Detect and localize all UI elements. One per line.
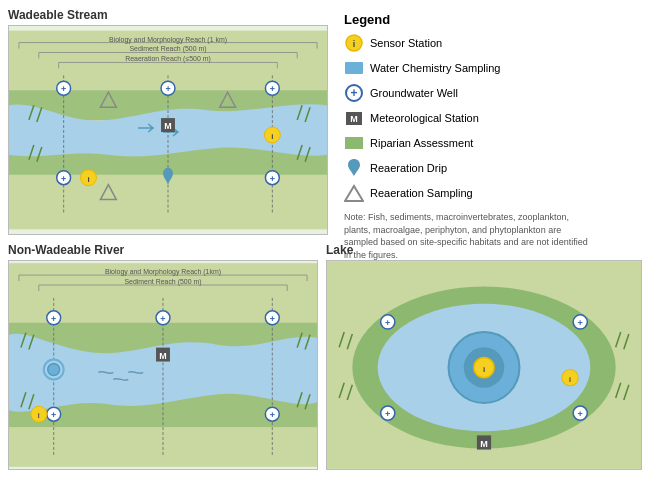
legend-item-sensor-station: i Sensor Station [344, 33, 588, 53]
legend-item-groundwater-well: + Groundwater Well [344, 83, 588, 103]
svg-text:M: M [159, 351, 166, 361]
legend-item-riparian: Riparian Assessment [344, 133, 588, 153]
legend-item-meteorological: M Meteorological Station [344, 108, 588, 128]
groundwater-well-icon: + [344, 83, 364, 103]
legend-item-reaeration-sampling: Reaeration Sampling [344, 183, 588, 203]
svg-text:M: M [350, 114, 358, 124]
wadeable-stream-section: Wadeable Stream Biology and Morphology R… [8, 8, 328, 235]
svg-text:Sediment Reach (500 m): Sediment Reach (500 m) [124, 278, 201, 286]
lake-section: Lake i + [326, 243, 642, 493]
legend-item-water-chemistry: Water Chemistry Sampling [344, 58, 588, 78]
riparian-label: Riparian Assessment [370, 137, 473, 149]
svg-text:+: + [160, 314, 165, 324]
sensor-station-label: Sensor Station [370, 37, 442, 49]
non-wadeable-title: Non-Wadeable River [8, 243, 318, 257]
svg-text:+: + [165, 84, 170, 94]
reaeration-drip-icon [344, 158, 364, 178]
svg-text:+: + [270, 314, 275, 324]
legend-section: Legend i Sensor Station Water [336, 8, 596, 218]
svg-rect-52 [345, 137, 363, 149]
svg-text:i: i [38, 412, 40, 419]
svg-text:+: + [51, 314, 56, 324]
svg-text:i: i [87, 175, 89, 184]
main-container: Wadeable Stream Biology and Morphology R… [0, 0, 650, 501]
lake-title: Lake [326, 243, 642, 257]
non-wadeable-section: Non-Wadeable River Biology and Morpholog… [8, 243, 318, 493]
water-chemistry-label: Water Chemistry Sampling [370, 62, 500, 74]
non-wadeable-diagram: Biology and Morphology Reach (1km) Sedim… [8, 260, 318, 470]
svg-marker-53 [345, 186, 363, 201]
svg-text:+: + [51, 410, 56, 420]
top-row: Wadeable Stream Biology and Morphology R… [8, 8, 642, 235]
svg-text:+: + [270, 174, 275, 184]
svg-text:+: + [578, 318, 583, 328]
legend-title: Legend [344, 12, 588, 27]
wadeable-stream-title: Wadeable Stream [8, 8, 328, 22]
reaeration-drip-label: Reaeration Drip [370, 162, 447, 174]
svg-text:i: i [271, 132, 273, 141]
svg-text:+: + [385, 318, 390, 328]
svg-text:Biology and Morphology Reach (: Biology and Morphology Reach (1 km) [109, 36, 227, 44]
meteorological-label: Meteorological Station [370, 112, 479, 124]
legend-item-reaeration-drip: Reaeration Drip [344, 158, 588, 178]
svg-rect-47 [345, 62, 363, 74]
riparian-icon [344, 133, 364, 153]
svg-text:+: + [270, 410, 275, 420]
svg-text:+: + [61, 174, 66, 184]
svg-text:i: i [353, 39, 356, 49]
svg-text:M: M [480, 439, 488, 449]
groundwater-well-label: Groundwater Well [370, 87, 458, 99]
svg-text:+: + [578, 409, 583, 419]
lake-diagram: i + + + + i M [326, 260, 642, 470]
svg-text:M: M [164, 121, 171, 131]
svg-text:Biology and Morphology Reach (: Biology and Morphology Reach (1km) [105, 268, 221, 276]
reaeration-sampling-icon [344, 183, 364, 203]
svg-point-81 [48, 364, 60, 376]
svg-text:+: + [350, 86, 357, 100]
svg-text:Sediment Reach (500 m): Sediment Reach (500 m) [129, 45, 206, 53]
svg-text:+: + [270, 84, 275, 94]
bottom-row: Non-Wadeable River Biology and Morpholog… [8, 243, 642, 493]
svg-text:+: + [61, 84, 66, 94]
svg-text:i: i [483, 365, 485, 374]
meteorological-icon: M [344, 108, 364, 128]
wadeable-stream-diagram: Biology and Morphology Reach (1 km) Sedi… [8, 25, 328, 235]
svg-text:+: + [385, 409, 390, 419]
sensor-station-icon: i [344, 33, 364, 53]
water-chemistry-icon [344, 58, 364, 78]
reaeration-sampling-label: Reaeration Sampling [370, 187, 473, 199]
svg-text:Reaeration Reach (≤500 m): Reaeration Reach (≤500 m) [125, 55, 211, 63]
svg-text:i: i [569, 376, 571, 384]
